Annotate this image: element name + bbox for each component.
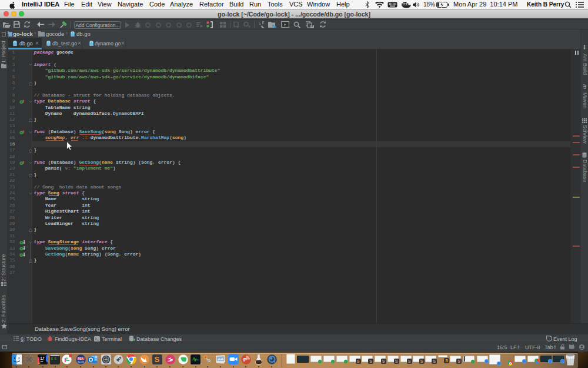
svg-text:$ S: $ S bbox=[51, 357, 56, 361]
svg-text:SecurID: SecurID bbox=[77, 361, 84, 363]
svg-text:RSA: RSA bbox=[78, 357, 83, 360]
svg-text:P: P bbox=[243, 357, 246, 363]
svg-text:S: S bbox=[154, 355, 159, 364]
svg-text:?: ? bbox=[573, 346, 575, 350]
